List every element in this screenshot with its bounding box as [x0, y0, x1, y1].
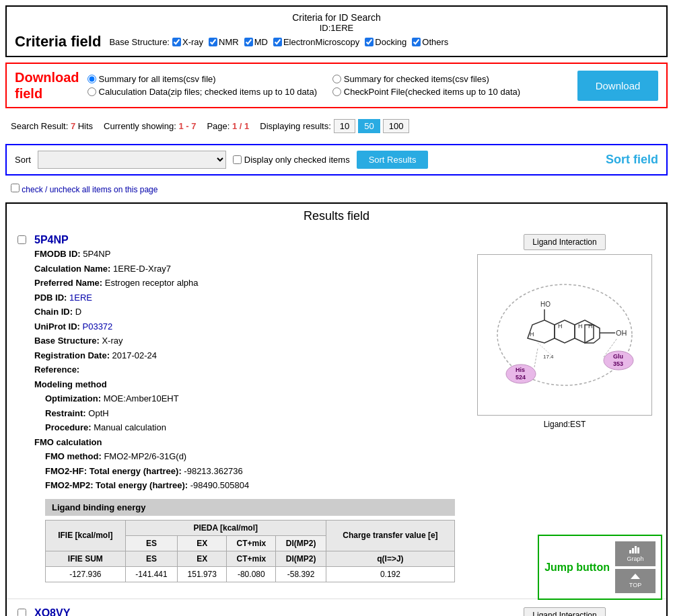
preferred-name: Preferred Name: Estrogen receptor alpha — [34, 276, 466, 290]
result-info-xq8vy: XQ8VY — [34, 607, 466, 617]
download-option-2[interactable]: Caluculation Data(zip files; checked ite… — [87, 87, 324, 97]
chain-id: Chain ID: D — [34, 305, 466, 319]
ifie-sum-value: -127.936 — [46, 566, 126, 582]
base-structure: Base Structure: X-ray — [34, 334, 466, 348]
svg-text:Glu: Glu — [613, 353, 623, 360]
svg-text:OH: OH — [616, 329, 627, 337]
ex-value: 151.973 — [178, 566, 227, 582]
range-value: 1 - 7 — [178, 121, 196, 131]
modeling-method: Modeling method — [34, 378, 466, 391]
calculation-name: Calculation Name: 1ERE-D-Xray7 — [34, 262, 466, 276]
check-all-checkbox[interactable] — [11, 184, 20, 192]
download-option-3-label: Summary for checked items(csv files) — [344, 74, 489, 84]
base-structure-label: Base Structure: — [109, 37, 170, 47]
uniprot-id: UniProt ID: P03372 — [34, 320, 466, 334]
svg-rect-24 — [632, 548, 634, 553]
dimp2-header: DI(MP2) — [276, 535, 326, 551]
ctmix-value: -80.080 — [227, 566, 276, 582]
download-option-1[interactable]: Summary for all items(csv file) — [87, 74, 324, 84]
fmodb-id: FMODB ID: 5P4NP — [34, 247, 466, 261]
criteria-checkboxes: X-ray NMR MD ElectronMicroscopy Docking … — [172, 37, 448, 47]
ifie-sum-header: IFIE SUM — [46, 551, 126, 566]
es-header: ES — [125, 535, 178, 551]
svg-text:524: 524 — [516, 374, 526, 381]
criteria-field: Criteria for ID Search ID:1ERE Criteria … — [5, 5, 668, 57]
svg-text:H: H — [558, 323, 563, 330]
q-value: 0.192 — [326, 566, 454, 582]
display-10-button[interactable]: 10 — [334, 119, 355, 133]
table-row: -127.936 -141.441 151.973 -80.080 -58.39… — [46, 566, 455, 582]
download-button[interactable]: Download — [577, 71, 658, 101]
graph-button[interactable]: Graph — [615, 541, 656, 567]
dimp2-sub-header: DI(MP2) — [276, 551, 326, 566]
criteria-id: ID:1ERE — [15, 23, 658, 33]
checkbox-xray[interactable]: X-ray — [172, 37, 203, 47]
checkbox-md[interactable]: MD — [244, 37, 268, 47]
fmo2hf: FMO2-HF: Total energy (hartree): -98213.… — [34, 465, 466, 478]
svg-text:H: H — [588, 323, 593, 330]
criteria-field-label: Criteria field — [15, 33, 101, 50]
result-checkbox-5p4np[interactable] — [17, 235, 26, 244]
display-only-checked-text: Display only checked items — [244, 155, 350, 165]
checkbox-em[interactable]: ElectronMicroscopy — [273, 37, 359, 47]
page-info: Page: 1 / 1 — [207, 121, 249, 131]
jump-label: Jump button — [544, 561, 610, 574]
procedure: Procedure: Manual calculation — [34, 421, 466, 434]
download-field: Downloadfield Summary for all items(csv … — [5, 63, 668, 108]
display-50-button[interactable]: 50 — [358, 119, 380, 133]
criteria-title: Criteria for ID Search — [15, 12, 658, 23]
result-checkbox-xq8vy[interactable] — [17, 609, 26, 617]
display-results: Displaying results: 10 50 100 — [260, 119, 409, 133]
download-option-4-label: CheckPoint File(checked items up to 10 d… — [344, 87, 520, 97]
display-only-checked-label[interactable]: Display only checked items — [233, 155, 350, 165]
svg-line-19 — [534, 348, 538, 367]
pdb-link[interactable]: 1ERE — [69, 293, 92, 303]
page-value: 1 / 1 — [232, 121, 249, 131]
check-all-link[interactable]: check / uncheck all items on this page — [22, 185, 157, 194]
result-info-5p4np: 5P4NP FMODB ID: 5P4NP Calculation Name: … — [34, 234, 466, 590]
check-all-row: check / uncheck all items on this page — [0, 181, 673, 197]
ex-header: EX — [178, 535, 227, 551]
ifie-header: IFIE [kcal/mol] — [46, 520, 126, 551]
svg-rect-25 — [635, 546, 637, 553]
fmo2mp2: FMO2-MP2: Total energy (hartree): -98490… — [34, 479, 466, 492]
display-only-checked[interactable] — [233, 155, 242, 164]
download-option-1-label: Summary for all items(csv file) — [99, 74, 216, 84]
ctmix-sub-header: CT+mix — [227, 551, 276, 566]
registration-date: Registration Date: 2017-02-24 — [34, 349, 466, 362]
restraint: Restraint: OptH — [34, 407, 466, 420]
download-field-label: Downloadfield — [15, 69, 79, 102]
binding-energy-table: IFIE [kcal/mol] PIEDA [kcal/mol] Charge … — [45, 520, 455, 582]
checkbox-nmr[interactable]: NMR — [209, 37, 239, 47]
sort-results-button[interactable]: Sort Results — [357, 151, 429, 169]
svg-text:H: H — [578, 323, 583, 330]
charge-header: Charge transfer value [e] — [326, 520, 454, 551]
checkbox-docking[interactable]: Docking — [365, 37, 406, 47]
top-button[interactable]: TOP — [615, 569, 656, 593]
es-value: -141.441 — [125, 566, 178, 582]
display-100-button[interactable]: 100 — [383, 119, 410, 133]
download-options: Summary for all items(csv file) Summary … — [87, 74, 569, 97]
result-link-5p4np[interactable]: 5P4NP — [34, 234, 69, 245]
download-option-4[interactable]: CheckPoint File(checked items up to 10 d… — [332, 87, 569, 97]
fmo-method: FMO method: FMO2-MP2/6-31G(d) — [34, 450, 466, 463]
svg-text:H: H — [530, 331, 534, 338]
result-id-5p4np: 5P4NP — [34, 234, 466, 246]
download-option-3[interactable]: Summary for checked items(csv files) — [332, 74, 569, 84]
result-id-xq8vy: XQ8VY — [34, 607, 466, 617]
ex-sub-header: EX — [178, 551, 227, 566]
showing-range: Currently showing: 1 - 7 — [104, 121, 196, 131]
uniprot-link[interactable]: P03372 — [83, 321, 113, 332]
svg-text:His: His — [516, 367, 525, 373]
q-header: q(I=>J) — [326, 551, 454, 566]
ligand-interaction-button-5p4np[interactable]: Ligand Interaction — [524, 234, 605, 250]
ligand-interaction-button-xq8vy[interactable]: Ligand Interaction — [524, 607, 605, 617]
checkbox-others[interactable]: Others — [412, 37, 448, 47]
svg-text:HO: HO — [540, 301, 551, 308]
sort-select[interactable] — [38, 151, 226, 169]
dimp2-value: -58.392 — [276, 566, 326, 582]
sort-label: Sort — [15, 155, 31, 165]
result-link-xq8vy[interactable]: XQ8VY — [34, 607, 70, 617]
reference: Reference: — [34, 363, 466, 377]
svg-text:17.4: 17.4 — [543, 354, 554, 360]
